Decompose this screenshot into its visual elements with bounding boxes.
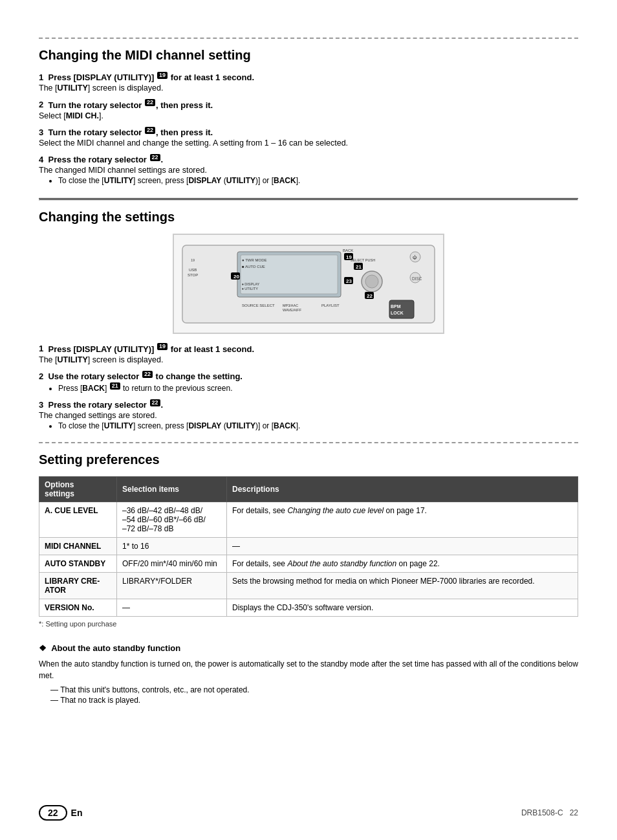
about-bullet-2: That no track is played. bbox=[50, 696, 578, 705]
settings-step-3-desc: The changed settings are stored. bbox=[39, 411, 578, 420]
settings-step-2: 2 Use the rotary selector 22 to change t… bbox=[39, 371, 578, 393]
settings-section-title: Changing the settings bbox=[39, 210, 578, 225]
table-cell-midichannel-selection: 1* to 16 bbox=[117, 538, 227, 555]
about-section-title: ❖ About the auto standby function bbox=[39, 643, 578, 653]
midi-section-title: Changing the MIDI channel setting bbox=[39, 48, 578, 63]
svg-text:♦ DISPLAY: ♦ DISPLAY bbox=[242, 282, 259, 286]
table-cell-autostandby-desc: For details, see About the auto standby … bbox=[227, 555, 578, 573]
svg-text:BACK: BACK bbox=[343, 249, 353, 252]
preferences-section-title: Setting preferences bbox=[39, 452, 578, 467]
table-header-descriptions: Descriptions bbox=[227, 477, 578, 502]
midi-step-4-bullets: To close the [UTILITY] screen, press [DI… bbox=[50, 176, 578, 185]
table-cell-autostandby-selection: OFF/20 min*/40 min/60 min bbox=[117, 555, 227, 573]
badge-19: 19 bbox=[157, 72, 168, 79]
settings-step-3-bullet-1: To close the [UTILITY] screen, press [DI… bbox=[58, 421, 578, 430]
svg-text:PLAYLIST: PLAYLIST bbox=[321, 304, 340, 307]
svg-text:■ AUTO CUE: ■ AUTO CUE bbox=[242, 265, 265, 269]
svg-text:DISC: DISC bbox=[412, 276, 422, 281]
midi-step-4-desc: The changed MIDI channel settings are st… bbox=[39, 166, 578, 175]
midi-step-4: 4 Press the rotary selector 22. The chan… bbox=[39, 154, 578, 185]
device-image: Pioneer ● TWR MODE ■ AUTO CUE 20 USB STO… bbox=[173, 234, 444, 334]
table-header-options: Optionssettings bbox=[39, 477, 117, 502]
midi-step-2-headline: 2 Turn the rotary selector 22, then pres… bbox=[39, 99, 578, 109]
top-dashed-divider bbox=[39, 38, 578, 39]
badge-s22b: 22 bbox=[150, 399, 160, 406]
table-cell-acuelevel-desc: For details, see Changing the auto cue l… bbox=[227, 502, 578, 538]
table-row-acuelevel: A. CUE LEVEL –36 dB/–42 dB/–48 dB/–54 dB… bbox=[39, 502, 578, 538]
table-cell-librarycreator-selection: LIBRARY*/FOLDER bbox=[117, 573, 227, 599]
settings-step-2-bullets: Press [BACK] 21 to return to the previou… bbox=[50, 382, 578, 393]
midi-section: Changing the MIDI channel setting 1 Pres… bbox=[39, 48, 578, 185]
footer-en-label: En bbox=[71, 808, 83, 818]
table-cell-versionno-selection: — bbox=[117, 599, 227, 617]
table-cell-midichannel-desc: — bbox=[227, 538, 578, 555]
footer-doc-code: DRB1508-C 22 bbox=[521, 808, 578, 817]
svg-text:MP3/AAC: MP3/AAC bbox=[283, 304, 298, 307]
table-footnote: *: Setting upon purchase bbox=[39, 620, 578, 628]
badge-s22a: 22 bbox=[142, 371, 153, 378]
double-line-divider bbox=[39, 198, 578, 201]
midi-step-1: 1 Press [DISPLAY (UTILITY)] 19 for at le… bbox=[39, 72, 578, 93]
svg-text:22: 22 bbox=[367, 293, 373, 299]
midi-step-3: 3 Turn the rotary selector 22, then pres… bbox=[39, 127, 578, 148]
midi-step-4-headline: 4 Press the rotary selector 22. bbox=[39, 154, 578, 164]
midi-step-2: 2 Turn the rotary selector 22, then pres… bbox=[39, 99, 578, 120]
midi-step-3-desc: Select the MIDI channel and change the s… bbox=[39, 138, 578, 148]
settings-step-2-bullet-1: Press [BACK] 21 to return to the previou… bbox=[58, 382, 578, 393]
table-header-selection: Selection items bbox=[117, 477, 227, 502]
settings-step-3: 3 Press the rotary selector 22. The chan… bbox=[39, 399, 578, 430]
svg-text:LOCK: LOCK bbox=[391, 311, 404, 315]
settings-step-2-headline: 2 Use the rotary selector 22 to change t… bbox=[39, 371, 578, 381]
table-cell-librarycreator-option: LIBRARY CRE-ATOR bbox=[39, 573, 117, 599]
badge-22b: 22 bbox=[145, 127, 155, 134]
svg-text:● TWR MODE: ● TWR MODE bbox=[242, 258, 267, 262]
badge-22c: 22 bbox=[150, 154, 160, 161]
svg-text:BPM: BPM bbox=[391, 304, 401, 309]
mid-dashed-divider bbox=[39, 442, 578, 443]
midi-step-2-desc: Select [MIDI CH.]. bbox=[39, 111, 578, 120]
table-cell-versionno-desc: Displays the CDJ-350's software version. bbox=[227, 599, 578, 617]
table-cell-autostandby-option: AUTO STANDBY bbox=[39, 555, 117, 573]
svg-text:WAVE/AIFF: WAVE/AIFF bbox=[283, 308, 302, 312]
table-row-versionno: VERSION No. — Displays the CDJ-350's sof… bbox=[39, 599, 578, 617]
about-section-text: When the auto standby function is turned… bbox=[39, 658, 578, 681]
table-cell-librarycreator-desc: Sets the browsing method for media on wh… bbox=[227, 573, 578, 599]
table-row-midichannel: MIDI CHANNEL 1* to 16 — bbox=[39, 538, 578, 555]
table-row-librarycreator: LIBRARY CRE-ATOR LIBRARY*/FOLDER Sets th… bbox=[39, 573, 578, 599]
svg-text:⏻: ⏻ bbox=[413, 255, 417, 260]
svg-text:20: 20 bbox=[233, 274, 239, 280]
badge-s19: 19 bbox=[157, 343, 168, 350]
table-cell-midichannel-option: MIDI CHANNEL bbox=[39, 538, 117, 555]
preferences-section: Setting preferences Optionssettings Sele… bbox=[39, 452, 578, 628]
table-cell-versionno-option: VERSION No. bbox=[39, 599, 117, 617]
table-cell-acuelevel-option: A. CUE LEVEL bbox=[39, 502, 117, 538]
diamond-icon: ❖ bbox=[39, 643, 47, 653]
preferences-table: Optionssettings Selection items Descript… bbox=[39, 476, 578, 617]
about-bullets: That this unit's buttons, controls, etc.… bbox=[50, 685, 578, 705]
about-bullet-1: That this unit's buttons, controls, etc.… bbox=[50, 685, 578, 694]
settings-step-3-bullets: To close the [UTILITY] screen, press [DI… bbox=[50, 421, 578, 430]
settings-step-3-headline: 3 Press the rotary selector 22. bbox=[39, 399, 578, 410]
settings-section: Changing the settings Pioneer ● TWR MODE… bbox=[39, 210, 578, 430]
svg-text:STOP: STOP bbox=[188, 273, 198, 277]
settings-step-1: 1 Press [DISPLAY (UTILITY)] 19 for at le… bbox=[39, 343, 578, 364]
footer: 22 En DRB1508-C 22 bbox=[39, 805, 578, 821]
midi-step-1-headline: 1 Press [DISPLAY (UTILITY)] 19 for at le… bbox=[39, 72, 578, 82]
table-row-autostandby: AUTO STANDBY OFF/20 min*/40 min/60 min F… bbox=[39, 555, 578, 573]
svg-text:SELECT PUSH: SELECT PUSH bbox=[351, 258, 375, 262]
about-section: ❖ About the auto standby function When t… bbox=[39, 643, 578, 705]
device-svg: Pioneer ● TWR MODE ■ AUTO CUE 20 USB STO… bbox=[179, 239, 438, 329]
midi-step-3-headline: 3 Turn the rotary selector 22, then pres… bbox=[39, 127, 578, 137]
page-number-badge: 22 bbox=[39, 805, 67, 821]
svg-text:19: 19 bbox=[191, 258, 195, 262]
page: Changing the MIDI channel setting 1 Pres… bbox=[0, 0, 617, 840]
midi-step-1-desc: The [UTILITY] screen is displayed. bbox=[39, 83, 578, 93]
svg-text:23: 23 bbox=[346, 278, 352, 284]
badge-22a: 22 bbox=[145, 99, 155, 106]
svg-text:21: 21 bbox=[356, 264, 362, 270]
svg-text:SOURCE SELECT: SOURCE SELECT bbox=[242, 304, 275, 307]
badge-21: 21 bbox=[110, 382, 120, 390]
table-cell-acuelevel-selection: –36 dB/–42 dB/–48 dB/–54 dB/–60 dB*/–66 … bbox=[117, 502, 227, 538]
svg-rect-26 bbox=[389, 300, 414, 318]
svg-text:USB: USB bbox=[189, 268, 197, 272]
